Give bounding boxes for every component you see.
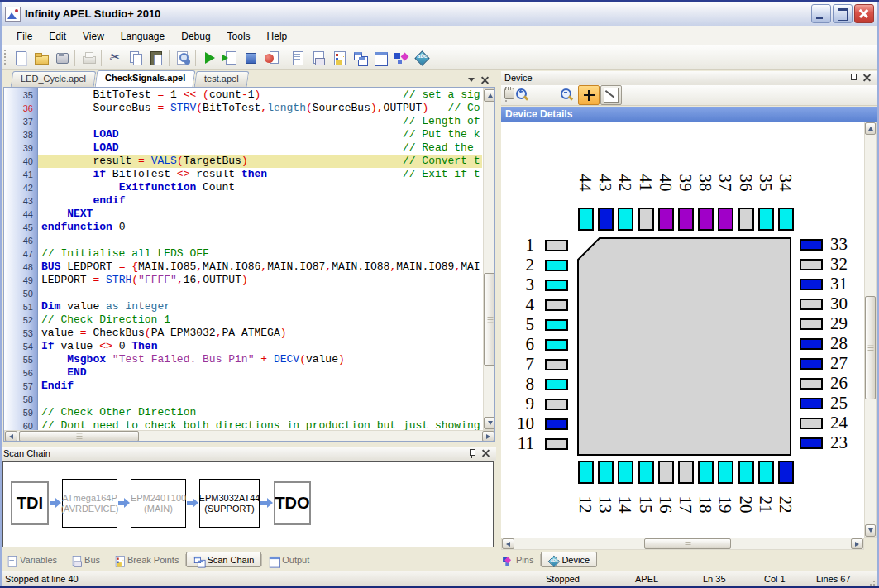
pin-17[interactable] [678,461,694,484]
pin-4[interactable] [545,299,568,311]
pin-5[interactable] [545,319,568,331]
tab-test-apel[interactable]: test.apel [194,71,249,87]
code-line[interactable]: NEXT [38,208,482,221]
editor-vscrollbar[interactable] [483,88,495,430]
select-tool-button[interactable] [600,85,622,105]
tab-led_cycle-apel[interactable]: LED_Cycle.apel [11,71,97,87]
close-panel-icon[interactable] [863,74,871,82]
resize-grip[interactable] [867,578,876,586]
device-scroll-up-button[interactable] [865,122,876,135]
pin-31[interactable] [800,279,823,290]
menu-edit[interactable]: Edit [41,28,74,45]
scan-node-tdo[interactable]: TDO [274,481,311,525]
find-button[interactable] [172,47,193,68]
editor-hscrollbar[interactable] [4,430,495,442]
code-line[interactable]: Dim value as integer [38,300,482,313]
code-line[interactable]: If value <> 0 Then [38,340,482,353]
pin-40[interactable] [658,208,674,231]
pin-7[interactable] [545,359,568,370]
break-points-button[interactable] [328,47,349,68]
pin-29[interactable] [800,318,823,330]
menu-debug[interactable]: Debug [173,28,218,45]
crosshair-button[interactable] [578,85,600,105]
tab-checksignals-apel[interactable]: CheckSignals.apel [94,70,195,87]
pin-37[interactable] [718,208,733,231]
pause-button[interactable] [240,47,260,68]
device-vscroll-thumb[interactable] [865,296,876,399]
code-line[interactable]: value = CheckBus(PA_EPM3032,PA_ATMEGA) [38,327,482,340]
code-line[interactable]: // Check Direction 1 [38,313,482,327]
zoom-out-button[interactable] [556,85,577,105]
code-editor[interactable]: 3536373839404142434445464748495051525354… [3,88,495,442]
document-button[interactable] [287,47,308,68]
code-line[interactable]: endfunction 0 [38,221,482,234]
pin-19[interactable] [718,461,733,484]
pin-38[interactable] [698,208,714,231]
code-line[interactable]: // Length of [38,115,482,128]
tab-bus[interactable]: Bus [64,552,107,567]
pin-10[interactable] [545,418,568,430]
code-line[interactable]: LEDPORT = STRH("FFFF",16,OUTPUT) [38,274,482,287]
toolbar-grip[interactable] [2,50,7,66]
tab-break-points[interactable]: Break Points [107,552,185,567]
new-file-button[interactable] [10,47,31,68]
code-line[interactable]: if BitToTest <> result then // Exit if t [38,168,482,181]
scan-chain-button[interactable] [349,47,370,68]
code-line[interactable] [38,287,482,300]
menu-tools[interactable]: Tools [219,28,259,45]
tab-scan-chain[interactable]: Scan Chain [186,552,261,567]
minimize-button[interactable] [811,4,831,23]
pin-23[interactable] [800,437,823,449]
pin-panel-icon[interactable] [849,74,856,83]
pin-2[interactable] [545,260,568,271]
open-file-button[interactable] [31,47,51,68]
output-window-button[interactable] [370,47,390,68]
code-line[interactable]: // Check Other Direction [38,406,482,419]
scan-node-atmega164p[interactable]: ATmega164P(AVRDEVICE) [62,479,117,528]
device-scroll-down-button[interactable] [865,524,876,537]
code-line[interactable]: Exitfunction Count [38,181,482,194]
code-area[interactable]: BitToTest = 1 << (count-1) // set a sig … [38,88,482,431]
pin-9[interactable] [545,399,568,410]
code-line[interactable]: // Initialise all LEDS OFF [38,247,482,261]
pin-42[interactable] [618,208,633,231]
pin-33[interactable] [800,239,823,251]
pin-41[interactable] [638,208,654,231]
menu-file[interactable]: File [8,28,41,45]
pin-panel-icon[interactable] [468,449,475,458]
pins-button[interactable] [390,47,411,68]
device-button[interactable] [411,47,432,68]
scroll-up-button[interactable] [484,89,495,102]
copy-button[interactable] [125,47,146,68]
pin-6[interactable] [545,339,568,351]
pin-44[interactable] [578,208,594,231]
device-hscroll-thumb[interactable] [644,538,731,549]
code-line[interactable] [38,234,482,247]
pin-3[interactable] [545,280,568,291]
pin-34[interactable] [778,208,794,231]
step-button[interactable] [219,47,240,68]
pin-27[interactable] [800,358,823,370]
save-file-button[interactable] [51,47,72,68]
pin-18[interactable] [698,461,714,484]
pin-24[interactable] [800,418,823,429]
pin-8[interactable] [545,379,568,390]
paste-button[interactable] [146,47,166,68]
menu-help[interactable]: Help [259,28,296,45]
tab-list-dropdown-icon[interactable] [468,78,475,82]
device-scroll-left-button[interactable] [502,538,514,549]
scan-node-epm3032at44[interactable]: EPM3032AT44(SUPPORT) [199,479,260,528]
pin-32[interactable] [800,259,823,270]
stop-button[interactable] [260,47,281,68]
editor-hscroll-thumb[interactable] [19,431,139,442]
tab-device[interactable]: Device [541,552,597,567]
code-line[interactable]: endif [38,194,482,208]
pin-22[interactable] [778,461,794,484]
maximize-button[interactable] [833,4,853,23]
code-line[interactable]: END [38,366,482,380]
pan-button[interactable] [533,85,555,105]
pin-13[interactable] [598,461,614,484]
code-line[interactable]: LOAD // Read the [38,141,482,155]
scan-node-epm240t100[interactable]: EPM240T100(MAIN) [131,479,186,528]
pin-15[interactable] [638,461,654,484]
